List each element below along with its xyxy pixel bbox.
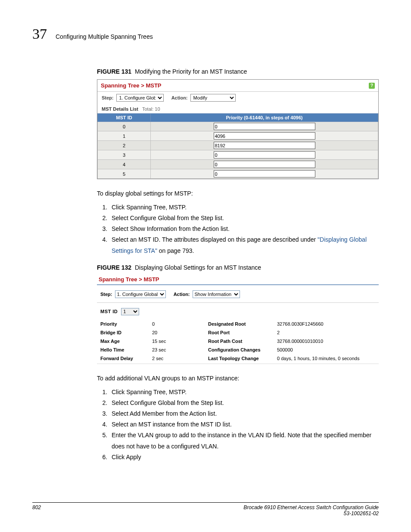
figure-132-screenshot: Spanning Tree > MSTP Step: 1. Configure …: [97, 275, 379, 364]
priority-value: 0: [152, 321, 208, 327]
help-icon[interactable]: ?: [369, 83, 375, 89]
priority-label: Priority: [100, 321, 152, 327]
col-header-priority: Priority (0-61440, in steps of 4096): [151, 114, 378, 122]
page-number: 802: [32, 504, 41, 516]
list-item: Click Spanning Tree, MSTP.: [109, 387, 379, 398]
chapter-number: 37: [32, 26, 47, 42]
figure-132-title: Displaying Global Settings for an MST In…: [135, 264, 261, 271]
priority-input[interactable]: [214, 170, 315, 177]
steps-list-1: Click Spanning Tree, MSTP. Select Config…: [97, 202, 379, 256]
doc-number: 53-1002651-02: [344, 510, 379, 516]
step-select[interactable]: 1. Configure Global: [115, 290, 166, 298]
list-item: Click Spanning Tree, MSTP.: [109, 202, 379, 213]
priority-input[interactable]: [214, 161, 315, 168]
bridge-id-value: 20: [152, 330, 208, 335]
action-label: Action:: [174, 292, 190, 297]
figure-131-screenshot: Spanning Tree > MSTP ? Step: 1. Configur…: [97, 79, 379, 179]
table-row: 4: [98, 160, 378, 169]
list-item: Select Configure Global from the Step li…: [109, 398, 379, 408]
figure-131-label: FIGURE 131: [97, 68, 131, 75]
list-item: Select an MST ID. The attributes display…: [109, 234, 379, 256]
page-footer: 802 Brocade 6910 Ethernet Access Switch …: [32, 502, 379, 516]
hello-time-value: 23 sec: [152, 347, 208, 352]
max-age-label: Max Age: [100, 339, 152, 344]
list-item: Click Apply: [109, 452, 379, 463]
bridge-id-label: Bridge ID: [100, 330, 152, 335]
priority-input[interactable]: [214, 132, 315, 140]
root-port-value: 2: [277, 330, 375, 335]
body-text: To add additional VLAN groups to an MSTP…: [97, 374, 379, 383]
step-select[interactable]: 1. Configure Global: [116, 94, 164, 102]
figure-132-label: FIGURE 132: [97, 264, 131, 271]
config-changes-label: Configuration Changes: [208, 347, 277, 352]
list-item: Select Add Member from the Action list.: [109, 408, 379, 419]
priority-input[interactable]: [214, 151, 315, 159]
breadcrumb: Spanning Tree > MSTP: [97, 275, 379, 285]
max-age-value: 15 sec: [152, 339, 208, 344]
steps-list-2: Click Spanning Tree, MSTP. Select Config…: [97, 387, 379, 463]
col-header-mstid: MST ID: [98, 114, 151, 122]
list-title: MST Details List: [102, 106, 138, 112]
list-item: Select Configure Global from the Step li…: [109, 213, 379, 224]
root-path-cost-label: Root Path Cost: [208, 339, 277, 344]
action-select[interactable]: Modify: [190, 94, 236, 102]
designated-root-label: Designated Root: [208, 321, 277, 327]
table-row: 5: [98, 169, 378, 179]
list-item: Select Show Information from the Action …: [109, 224, 379, 234]
list-item: Select an MST instance from the MST ID l…: [109, 419, 379, 430]
body-text: To display global settings for MSTP:: [97, 190, 379, 198]
forward-delay-label: Forward Delay: [100, 356, 152, 361]
mstid-label: MST ID: [100, 309, 118, 314]
figure-132-caption: FIGURE 132 Displaying Global Settings fo…: [97, 264, 379, 271]
priority-input[interactable]: [214, 123, 315, 130]
table-row: 2: [98, 141, 378, 150]
action-label: Action:: [171, 95, 188, 100]
last-topology-change-label: Last Topology Change: [208, 356, 277, 361]
list-item: Enter the VLAN group to add to the insta…: [109, 430, 379, 451]
figure-131-title: Modifying the Priority for an MST Instan…: [135, 68, 247, 75]
config-changes-value: 500000: [277, 347, 375, 352]
hello-time-label: Hello Time: [100, 347, 152, 352]
table-row: 0: [98, 122, 378, 131]
settings-grid: Priority 0 Designated Root 32768.0030F12…: [97, 320, 379, 362]
breadcrumb: Spanning Tree > MSTP: [101, 82, 162, 89]
step-label: Step:: [100, 292, 112, 297]
last-topology-change-value: 0 days, 1 hours, 10 minutes, 0 seconds: [277, 356, 375, 361]
forward-delay-value: 2 sec: [152, 356, 208, 361]
priority-input[interactable]: [214, 142, 315, 149]
chapter-title: Configuring Multiple Spanning Trees: [56, 33, 153, 40]
figure-131-caption: FIGURE 131 Modifying the Priority for an…: [97, 68, 379, 75]
book-title: Brocade 6910 Ethernet Access Switch Conf…: [243, 504, 379, 510]
step-label: Step:: [102, 95, 114, 100]
root-port-label: Root Port: [208, 330, 277, 335]
mstid-select[interactable]: 1: [121, 308, 139, 315]
root-path-cost-value: 32768.000001010010: [277, 339, 375, 344]
mst-details-table: MST ID Priority (0-61440, in steps of 40…: [97, 113, 378, 179]
table-row: 3: [98, 150, 378, 160]
action-select[interactable]: Show Information: [193, 290, 240, 298]
table-row: 1: [98, 131, 378, 141]
designated-root-value: 32768.0030F1245660: [277, 321, 375, 327]
running-header: 37 Configuring Multiple Spanning Trees: [32, 26, 379, 42]
